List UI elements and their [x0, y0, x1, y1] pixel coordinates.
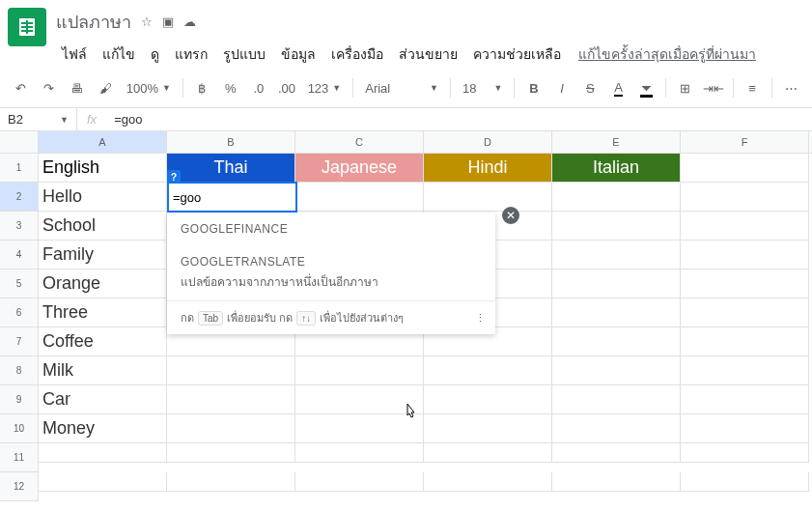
row-header[interactable]: 4 — [0, 241, 39, 270]
cell[interactable] — [681, 270, 809, 298]
strike-icon[interactable]: S — [577, 74, 603, 101]
row-header[interactable]: 1 — [0, 154, 39, 183]
select-all-corner[interactable] — [0, 131, 39, 153]
cell[interactable] — [681, 443, 809, 463]
row-header[interactable]: 12 — [0, 472, 39, 501]
cell[interactable] — [681, 183, 809, 212]
cell[interactable] — [681, 241, 809, 270]
cell[interactable]: Money — [39, 414, 167, 443]
text-color-icon[interactable]: A — [605, 74, 631, 101]
cell[interactable] — [167, 443, 295, 463]
cell[interactable] — [424, 443, 552, 463]
col-header[interactable]: F — [681, 131, 809, 153]
cell[interactable] — [552, 472, 681, 492]
cell[interactable]: Three — [39, 298, 167, 327]
menu-file[interactable]: ไฟล์ — [56, 40, 93, 69]
decrease-decimal-icon[interactable]: .0 — [245, 74, 271, 101]
cell[interactable]: Family — [39, 241, 167, 270]
currency-icon[interactable]: ฿ — [189, 74, 215, 101]
cell[interactable] — [552, 270, 681, 298]
star-icon[interactable]: ☆ — [141, 14, 153, 29]
active-cell-editor[interactable]: ? — [167, 182, 297, 213]
more-toolbar-icon[interactable]: ⋯ — [778, 74, 804, 101]
cell[interactable]: Milk — [39, 356, 167, 385]
cell[interactable] — [552, 212, 681, 241]
spreadsheet-grid[interactable]: A B C D E F 1 English Thai Japanese Hind… — [0, 131, 812, 501]
cell[interactable] — [295, 414, 424, 443]
borders-icon[interactable]: ⊞ — [672, 74, 698, 101]
cell[interactable] — [681, 385, 809, 414]
cell[interactable] — [552, 356, 681, 385]
name-box[interactable]: B2▼ — [0, 108, 77, 130]
cell[interactable] — [681, 154, 809, 183]
cell[interactable] — [295, 472, 424, 492]
cell[interactable]: Orange — [39, 270, 167, 298]
print-icon[interactable]: 🖶 — [64, 74, 90, 101]
cell[interactable]: Japanese — [295, 154, 424, 183]
menu-help[interactable]: ความช่วยเหลือ — [467, 40, 567, 69]
row-header[interactable]: 2 — [0, 183, 39, 212]
row-header[interactable]: 6 — [0, 298, 39, 327]
col-header[interactable]: E — [552, 131, 681, 153]
row-header[interactable]: 5 — [0, 270, 39, 298]
cell[interactable] — [681, 356, 809, 385]
increase-decimal-icon[interactable]: .00 — [273, 74, 299, 101]
cell[interactable] — [552, 183, 681, 212]
cell[interactable] — [167, 414, 295, 443]
cell[interactable] — [552, 298, 681, 327]
cell[interactable] — [167, 385, 295, 414]
cell[interactable] — [681, 414, 809, 443]
cell[interactable] — [295, 356, 424, 385]
row-header[interactable]: 11 — [0, 443, 39, 472]
menu-view[interactable]: ดู — [145, 40, 165, 69]
cell[interactable] — [424, 183, 552, 212]
menu-format[interactable]: รูปแบบ — [217, 40, 271, 69]
move-icon[interactable]: ▣ — [162, 14, 174, 29]
formula-help-badge[interactable]: ? — [167, 170, 181, 184]
row-header[interactable]: 7 — [0, 327, 39, 356]
cell[interactable] — [167, 472, 295, 492]
bold-icon[interactable]: B — [520, 74, 546, 101]
cell[interactable]: Coffee — [39, 327, 167, 356]
row-header[interactable]: 9 — [0, 385, 39, 414]
formula-input[interactable] — [106, 112, 812, 127]
cell[interactable] — [424, 385, 552, 414]
autocomplete-item[interactable]: GOOGLETRANSLATE แปลข้อความจากภาษาหนึ่งเป… — [167, 245, 495, 300]
cell[interactable] — [681, 327, 809, 356]
menu-edit[interactable]: แก้ไข — [97, 40, 141, 69]
menu-addons[interactable]: ส่วนขยาย — [393, 40, 463, 69]
cell[interactable] — [295, 183, 424, 212]
paint-format-icon[interactable]: 🖌 — [93, 74, 119, 101]
row-header[interactable]: 10 — [0, 414, 39, 443]
more-options-icon[interactable]: ⋮ — [475, 312, 486, 325]
italic-icon[interactable]: I — [549, 74, 575, 101]
redo-icon[interactable]: ↷ — [36, 74, 62, 101]
cell[interactable] — [552, 327, 681, 356]
cell[interactable]: English — [39, 154, 167, 183]
undo-icon[interactable]: ↶ — [8, 74, 34, 101]
cell[interactable] — [681, 472, 809, 492]
percent-icon[interactable]: % — [217, 74, 243, 101]
cell[interactable] — [424, 356, 552, 385]
cell[interactable] — [552, 414, 681, 443]
cell[interactable] — [424, 414, 552, 443]
cell[interactable]: Car — [39, 385, 167, 414]
cell-input[interactable] — [169, 184, 295, 211]
align-icon[interactable]: ≡ — [740, 74, 766, 101]
cell[interactable] — [424, 472, 552, 492]
menu-insert[interactable]: แทรก — [169, 40, 213, 69]
cell[interactable]: Hello — [39, 183, 167, 212]
cell[interactable] — [295, 443, 424, 463]
cell[interactable] — [39, 443, 167, 463]
cell[interactable] — [552, 385, 681, 414]
cloud-icon[interactable]: ☁ — [183, 14, 196, 29]
zoom-select[interactable]: 100%▼ — [121, 81, 177, 96]
menu-tools[interactable]: เครื่องมือ — [325, 40, 389, 69]
menu-data[interactable]: ข้อมูล — [275, 40, 322, 69]
col-header[interactable]: B — [167, 131, 295, 153]
cell[interactable] — [167, 356, 295, 385]
cell[interactable] — [681, 212, 809, 241]
last-edit-link[interactable]: แก้ไขครั้งล่าสุดเมื่อครู่ที่ผ่านมา — [578, 43, 756, 65]
merge-icon[interactable]: ⇥⇤ — [700, 74, 726, 101]
cell[interactable] — [295, 385, 424, 414]
